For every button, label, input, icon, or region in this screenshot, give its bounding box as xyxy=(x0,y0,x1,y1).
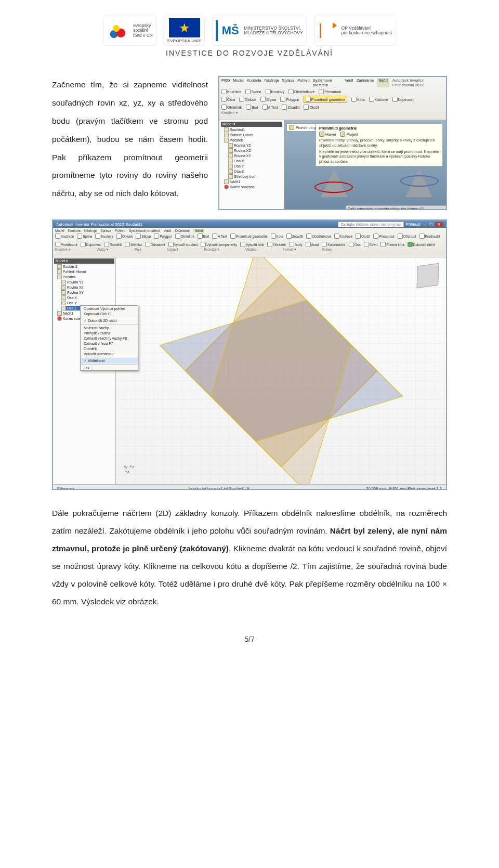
tool[interactable]: Obrázek xyxy=(267,242,286,247)
tree-item[interactable]: Součást1 xyxy=(57,264,114,269)
tree-item[interactable]: Osa Y xyxy=(228,164,282,169)
tree-item[interactable]: Rovina YZ xyxy=(228,143,282,148)
viewcube-icon[interactable] xyxy=(416,263,439,288)
tool[interactable]: Oříznout xyxy=(398,234,416,239)
tool-move[interactable]: Přesunout xyxy=(319,89,341,94)
tab[interactable]: Model xyxy=(55,229,64,232)
model-panel-title2[interactable]: Model ▾ xyxy=(54,258,114,264)
tree-item[interactable]: Osa Y xyxy=(61,301,114,305)
tool[interactable]: Přesunout xyxy=(373,234,395,239)
tool[interactable]: Konstrukční xyxy=(322,242,345,247)
tree-item[interactable]: Pohled: Hlavní xyxy=(57,269,114,274)
tool[interactable]: Bod xyxy=(198,234,209,239)
tool-mirror[interactable]: Zrcadlit xyxy=(282,105,299,110)
menu-item[interactable]: Vault xyxy=(345,78,353,87)
ctx-item-visibility[interactable]: Viditelnost xyxy=(81,358,138,364)
tool-line[interactable]: Čára xyxy=(221,96,235,103)
ctx-item[interactable]: Jak… xyxy=(81,365,138,370)
tab[interactable]: Vault xyxy=(164,229,171,232)
tool[interactable]: Rozdělit xyxy=(104,242,122,247)
tool-circle[interactable]: Kružnice xyxy=(221,89,241,94)
tree-item[interactable]: Osa X xyxy=(61,295,114,300)
tool[interactable]: Acad xyxy=(306,242,319,247)
tree-item[interactable]: Náčrt1 xyxy=(224,179,282,184)
status-tabs[interactable]: lozisko.ipt konzola1.ipt Součást1 ✕ xyxy=(189,486,250,490)
tool-rectangle[interactable]: Obdélník xyxy=(221,105,242,110)
viewport-sketch[interactable]: ↑y ↗z→x xyxy=(116,257,446,484)
tool-point[interactable]: Bod xyxy=(246,105,258,110)
tool-spline[interactable]: Spline xyxy=(245,89,261,94)
tab[interactable]: Správa xyxy=(100,229,111,232)
tree-item[interactable]: Rovina XZ xyxy=(61,285,114,290)
tool[interactable]: Oblouk xyxy=(116,234,133,239)
ctx-item[interactable]: Možnosti vazby… xyxy=(81,325,138,330)
tool-polygon[interactable]: Polygon xyxy=(280,96,299,103)
tool[interactable]: Koutový xyxy=(95,234,113,239)
menu-item[interactable]: Systémové prostředí xyxy=(313,78,342,87)
tree-item[interactable]: Rovina XZ xyxy=(228,148,282,153)
ctx-item[interactable]: Odměřit xyxy=(81,346,138,351)
tool-text[interactable]: A Text xyxy=(262,105,278,110)
ctx-item[interactable]: Vytvořit poznámku xyxy=(81,351,138,356)
tree-item[interactable]: Rovina YZ xyxy=(61,280,114,284)
tool[interactable]: Kóta xyxy=(271,234,283,239)
tool-finish-sketch[interactable]: Dokončit náčrt xyxy=(408,242,435,247)
tool-arc[interactable]: Oblouk xyxy=(239,96,256,103)
ctx-item[interactable]: Opakovat Výchozí pohled xyxy=(81,306,138,311)
tool[interactable]: Kruhové xyxy=(334,234,352,239)
tool-copy[interactable]: Kopírovat xyxy=(392,96,414,103)
tree-item[interactable]: Rovina XY xyxy=(61,290,114,295)
tree-item[interactable]: Počátek xyxy=(57,275,114,279)
tab[interactable]: Pohled xyxy=(115,229,125,232)
ctx-item[interactable]: Kopírovat Ctrl+C xyxy=(81,311,138,316)
tree-item[interactable]: Osa Z xyxy=(228,169,282,174)
tab-active[interactable]: Náčrt xyxy=(193,229,205,232)
tab[interactable]: Kontrola xyxy=(68,229,81,232)
menu-item[interactable]: Náčrt xyxy=(377,78,389,87)
menu-item[interactable]: Začínáme xyxy=(357,78,374,87)
menu-item[interactable]: Kontrola xyxy=(247,78,261,87)
tab[interactable]: Začínáme xyxy=(175,229,190,232)
tool[interactable]: Střed xyxy=(364,242,378,247)
tool-rectpattern[interactable]: Obdélníkové xyxy=(288,89,314,94)
tree-item[interactable]: Součást1 xyxy=(224,127,282,132)
tool[interactable]: A Text xyxy=(212,234,227,239)
ctx-item[interactable]: Zobrazit všechny vazby F8 xyxy=(81,335,138,341)
tool[interactable]: Vytvořit součást xyxy=(168,242,198,247)
tool-fillet[interactable]: Koutový xyxy=(266,89,284,94)
tool[interactable]: Obdélníkové xyxy=(306,234,331,239)
menu-item[interactable]: PRO xyxy=(221,78,230,87)
tool[interactable]: Polygon xyxy=(154,234,172,239)
window-close-icon[interactable]: ✕ xyxy=(435,222,443,227)
titlebar-search[interactable]: Zadejte klíčové slovo nebo výraz xyxy=(338,222,403,227)
tab[interactable]: Systémové prostředí xyxy=(129,229,160,232)
tree-item[interactable]: Osa X xyxy=(228,159,282,163)
tool[interactable]: Body xyxy=(289,242,303,247)
tool[interactable]: Prodloužit xyxy=(419,234,440,239)
ctx-item[interactable]: Přichytit k rastru xyxy=(81,330,138,335)
tool[interactable]: Vytvořit blok xyxy=(240,242,264,247)
tool-ellipse[interactable]: Elipsa xyxy=(260,96,276,103)
tab[interactable]: Nástroje xyxy=(84,229,97,232)
viewport-3d[interactable]: Promítnutí geometrie Promítnutí geometri… xyxy=(284,120,446,210)
tool[interactable]: Vytvořit komponenty xyxy=(201,242,237,247)
window-min-icon[interactable]: — xyxy=(423,222,427,227)
tool[interactable]: Kopírovat xyxy=(81,242,101,247)
tool-rotate[interactable]: Otočit xyxy=(304,105,319,110)
tree-item[interactable]: Počátek xyxy=(224,138,282,142)
tool-dimension[interactable]: Kóta xyxy=(351,96,364,103)
titlebar-signin[interactable]: Přihlásit xyxy=(406,222,421,227)
menu-item[interactable]: Pohled xyxy=(297,78,309,87)
tree-item[interactable]: Konec součásti xyxy=(224,185,282,189)
tool-project-geometry[interactable]: Promítnutí geometrie xyxy=(304,96,347,103)
tool[interactable]: Protáhnout xyxy=(55,242,77,247)
tool[interactable]: Osa xyxy=(349,242,361,247)
tool-circpattern[interactable]: Kruhové xyxy=(369,96,388,103)
menu-item[interactable]: Nástroje xyxy=(265,78,279,87)
tree-item[interactable]: Středový bod xyxy=(228,174,282,179)
window-max-icon[interactable]: ▢ xyxy=(429,222,433,227)
tool[interactable]: Elipsa xyxy=(136,234,151,239)
ctx-item[interactable]: Dokončit 2D náčrt xyxy=(81,318,138,323)
tool[interactable]: Obdélník xyxy=(175,234,194,239)
tree-item[interactable]: Pohled: Hlavní xyxy=(224,133,282,137)
